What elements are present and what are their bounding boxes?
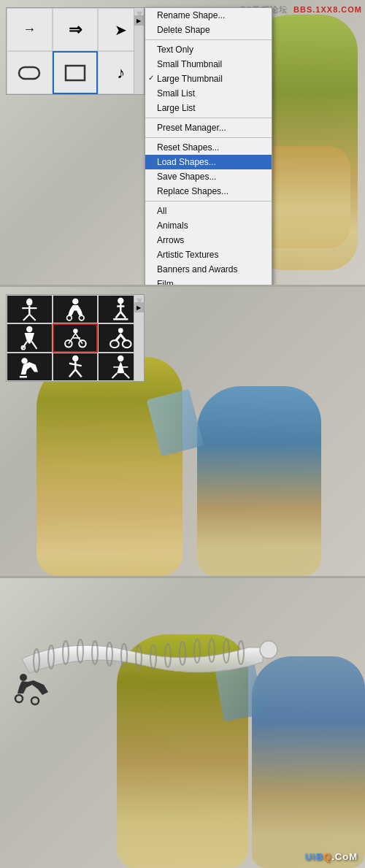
menu-sep-1 bbox=[145, 39, 272, 40]
shape-skater-3[interactable] bbox=[7, 353, 53, 381]
watermark-bq: Q bbox=[323, 851, 331, 862]
shape-bmx-1[interactable] bbox=[53, 323, 99, 352]
menu-reset-shapes[interactable]: Reset Shapes... bbox=[145, 140, 272, 155]
shape-cell-arrow-thin[interactable]: → bbox=[7, 8, 53, 51]
menu-large-thumbnail[interactable]: Large Thumbnail bbox=[145, 72, 272, 86]
menu-artistic-textures[interactable]: Artistic Textures bbox=[145, 247, 272, 262]
shape-dancer-1[interactable] bbox=[53, 353, 99, 381]
section-2: ▶ bbox=[0, 285, 365, 576]
shapes-panel-1: → ⇒ ➤ ♪ ▶ bbox=[6, 7, 145, 95]
watermark-ui: UiB bbox=[305, 851, 323, 862]
svg-point-20 bbox=[123, 340, 131, 347]
menu-load-shapes[interactable]: Load Shapes... bbox=[145, 155, 272, 169]
shape-cell-rect-plain[interactable] bbox=[53, 51, 99, 94]
svg-point-46 bbox=[15, 695, 23, 702]
context-menu: Rename Shape... Delete Shape Text Only S… bbox=[145, 7, 272, 285]
menu-all[interactable]: All bbox=[145, 204, 272, 218]
svg-point-25 bbox=[118, 355, 123, 361]
menu-small-list[interactable]: Small List bbox=[145, 86, 272, 101]
shape-biker-1[interactable] bbox=[53, 295, 99, 323]
shapes-panel-2: ▶ bbox=[6, 294, 145, 382]
menu-animals[interactable]: Animals bbox=[145, 218, 272, 233]
shapes-grid-1: → ⇒ ➤ ♪ bbox=[7, 8, 144, 94]
svg-line-28 bbox=[125, 373, 130, 378]
menu-large-list[interactable]: Large List bbox=[145, 101, 272, 115]
svg-point-9 bbox=[79, 315, 84, 320]
menu-sep-2 bbox=[145, 118, 272, 118]
menu-save-shapes[interactable]: Save Shapes... bbox=[145, 169, 272, 184]
svg-point-12 bbox=[26, 326, 32, 332]
svg-line-27 bbox=[112, 373, 118, 378]
menu-film[interactable]: Film bbox=[145, 277, 272, 285]
svg-point-44 bbox=[260, 641, 277, 658]
svg-rect-0 bbox=[19, 67, 39, 79]
svg-point-2 bbox=[26, 299, 32, 306]
menu-arrows[interactable]: Arrows bbox=[145, 233, 272, 247]
menu-rename-shape[interactable]: Rename Shape... bbox=[145, 8, 272, 23]
menu-preset-manager[interactable]: Preset Manager... bbox=[145, 120, 272, 135]
svg-point-21 bbox=[118, 329, 123, 334]
shapes-grid-2 bbox=[7, 295, 144, 381]
svg-rect-1 bbox=[66, 66, 85, 80]
watermark-com: .CoM bbox=[331, 851, 358, 862]
svg-point-10 bbox=[118, 298, 123, 304]
section-1: PS教程论坛 BBS.1XX8.COM → ⇒ ➤ ♪ ▶ Rename Sha… bbox=[0, 0, 365, 285]
watermark-site: BBS.1XX8.COM bbox=[293, 5, 362, 14]
watermark-bottom: UiBQ.CoM bbox=[305, 851, 358, 862]
svg-line-5 bbox=[23, 314, 29, 320]
svg-point-24 bbox=[72, 355, 78, 361]
shape-cell-rect-rounded[interactable] bbox=[7, 51, 53, 94]
menu-text-only[interactable]: Text Only bbox=[145, 42, 272, 57]
svg-point-22 bbox=[21, 358, 27, 364]
menu-small-thumbnail[interactable]: Small Thumbnail bbox=[145, 57, 272, 72]
shape-skater-1[interactable] bbox=[7, 295, 53, 323]
skater-silhouette bbox=[13, 673, 53, 709]
svg-line-14 bbox=[32, 342, 37, 349]
svg-point-7 bbox=[72, 299, 78, 304]
shape-skater-2[interactable] bbox=[7, 323, 53, 352]
svg-point-19 bbox=[110, 340, 119, 347]
menu-delete-shape[interactable]: Delete Shape bbox=[145, 23, 272, 37]
menu-replace-shapes[interactable]: Replace Shapes... bbox=[145, 184, 272, 199]
menu-sep-3 bbox=[145, 137, 272, 138]
svg-point-17 bbox=[79, 340, 86, 347]
spiral-tube bbox=[15, 607, 292, 695]
shape-cell-arrow-bold[interactable]: ⇒ bbox=[53, 8, 99, 51]
menu-sep-4 bbox=[145, 201, 272, 201]
panel-menu-arrow-2[interactable]: ▶ bbox=[134, 302, 144, 312]
svg-point-45 bbox=[20, 674, 27, 681]
svg-point-16 bbox=[65, 340, 72, 347]
svg-point-47 bbox=[31, 697, 39, 704]
svg-point-18 bbox=[73, 329, 77, 333]
section-3: UiBQ.CoM bbox=[0, 576, 365, 868]
menu-banners-awards[interactable]: Banners and Awards bbox=[145, 262, 272, 277]
panel-menu-arrow[interactable]: ▶ bbox=[134, 15, 144, 26]
svg-line-6 bbox=[29, 314, 35, 320]
svg-point-8 bbox=[66, 315, 72, 320]
